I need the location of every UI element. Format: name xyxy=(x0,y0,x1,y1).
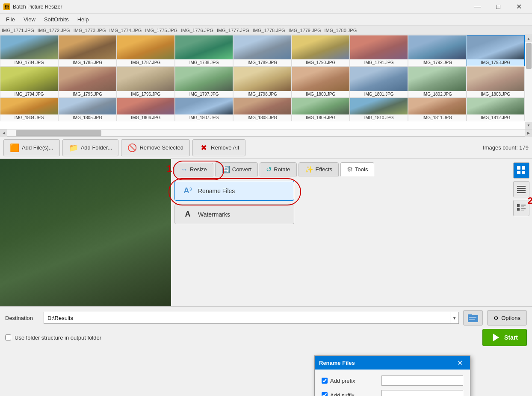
folder-structure-checkbox[interactable] xyxy=(5,334,11,340)
image-cell[interactable]: IMG_1787.JPG xyxy=(117,35,175,66)
image-cell[interactable]: IMG_1803.JPG xyxy=(467,66,525,97)
destination-dropdown-arrow[interactable]: ▼ xyxy=(450,312,458,323)
image-cell[interactable]: IMG_1804.JPG xyxy=(0,98,58,121)
tab-tools[interactable]: ⚙ Tools xyxy=(340,162,374,176)
image-cell[interactable]: IMG_1805.JPG xyxy=(58,98,116,121)
image-filename: IMG_1802.JPG xyxy=(408,91,466,97)
start-button[interactable]: Start xyxy=(482,329,527,346)
svg-rect-4 xyxy=(517,186,526,187)
scroll-thumb[interactable] xyxy=(526,43,532,69)
dialog-close-button[interactable]: ✕ xyxy=(454,357,466,369)
destination-row: Destination D:\Results ▼ ⚙ Options xyxy=(5,310,527,326)
image-cell[interactable]: IMG_1796.JPG xyxy=(117,66,175,97)
tab-convert[interactable]: 🔄 Convert xyxy=(215,162,258,176)
browse-button[interactable] xyxy=(463,310,483,326)
images-count: Images count: 179 xyxy=(483,144,529,151)
minimize-button[interactable]: — xyxy=(468,0,488,14)
add-folder-button[interactable]: 📁 Add Folder... xyxy=(62,139,119,156)
list-view-button[interactable] xyxy=(513,181,529,197)
rename-files-dialog: Rename Files ✕ Add prefix Add suffix xyxy=(314,355,470,396)
vertical-scrollbar[interactable]: ▲ ▼ xyxy=(525,35,532,129)
remove-all-button[interactable]: ✖ Remove All xyxy=(192,139,245,156)
detail-view-button[interactable] xyxy=(513,200,529,216)
image-cell[interactable]: IMG_1795.JPG xyxy=(58,66,116,97)
image-cell[interactable]: IMG_1800.JPG xyxy=(292,66,350,97)
suffix-input[interactable] xyxy=(381,390,463,396)
image-grid: IMG_1784.JPG IMG_1785.JPG IMG_1787.JPG I… xyxy=(0,35,525,129)
image-cell[interactable]: IMG_1808.JPG xyxy=(233,98,291,121)
image-cell[interactable]: IMG_1810.JPG xyxy=(350,98,408,121)
prefix-input[interactable] xyxy=(381,375,463,386)
tab-effects[interactable]: ✨ Effects xyxy=(299,162,339,176)
add-suffix-checkbox[interactable] xyxy=(322,392,328,396)
image-cell[interactable]: IMG_1806.JPG xyxy=(117,98,175,121)
h-scroll-thumb[interactable] xyxy=(16,130,101,136)
image-thumb xyxy=(233,35,291,59)
svg-rect-13 xyxy=(521,210,524,211)
image-cell[interactable]: IMG_1792.JPG xyxy=(408,35,466,66)
add-files-button[interactable]: 🟧 Add File(s)... xyxy=(3,139,60,156)
annotation-number-1: 1 xyxy=(167,163,172,174)
image-thumb xyxy=(292,35,349,59)
preview-photo xyxy=(0,159,171,306)
image-cell[interactable]: IMG_1794.JPG xyxy=(0,66,58,97)
start-arrow-icon xyxy=(491,333,501,342)
maximize-button[interactable]: □ xyxy=(488,0,508,14)
svg-rect-0 xyxy=(517,166,520,170)
image-cell[interactable]: IMG_1811.JPG xyxy=(408,98,466,121)
image-cell[interactable]: IMG_1797.JPG xyxy=(175,66,233,97)
image-cell[interactable]: IMG_1801.JPG xyxy=(350,66,408,97)
image-thumb xyxy=(0,35,58,59)
image-cell[interactable]: IMG_1784.JPG xyxy=(0,35,58,66)
tab-rotate[interactable]: ↺ Rotate xyxy=(260,162,296,176)
image-cell[interactable]: IMG_1793.JPG xyxy=(467,35,525,66)
image-cell[interactable]: IMG_1807.JPG xyxy=(175,98,233,121)
scroll-track[interactable] xyxy=(525,42,532,122)
add-prefix-checkbox[interactable] xyxy=(322,378,328,384)
image-filename: IMG_1792.JPG xyxy=(408,59,466,66)
dialog-container: Rename Files ✕ Add prefix Add suffix xyxy=(314,355,470,396)
detail-view-icon xyxy=(517,203,526,213)
image-cell[interactable]: IMG_1809.JPG xyxy=(292,98,350,121)
image-thumb xyxy=(59,98,116,114)
menu-help[interactable]: Help xyxy=(73,15,93,24)
watermarks-button[interactable]: A Watermarks xyxy=(174,204,294,224)
image-filename: IMG_1812.JPG xyxy=(467,114,524,121)
image-thumb xyxy=(350,67,408,91)
menu-view[interactable]: View xyxy=(19,15,40,24)
scroll-down-arrow[interactable]: ▼ xyxy=(525,122,532,129)
image-cell[interactable]: IMG_1812.JPG xyxy=(467,98,525,121)
options-button[interactable]: ⚙ Options xyxy=(487,310,527,326)
menu-file[interactable]: File xyxy=(2,15,19,24)
image-thumb xyxy=(175,67,233,91)
image-cell[interactable]: IMG_1798.JPG xyxy=(233,66,291,97)
destination-input-wrapper[interactable]: D:\Results ▼ xyxy=(44,312,459,324)
image-thumb xyxy=(0,98,58,114)
app-title: Batch Picture Resizer xyxy=(13,4,468,10)
image-filename: IMG_1804.JPG xyxy=(0,114,58,121)
dialog-title: Rename Files xyxy=(319,360,454,366)
tab-resize[interactable]: ↔ Resize xyxy=(174,163,213,176)
start-label: Start xyxy=(504,334,518,341)
rename-files-button[interactable]: A³ Rename Files xyxy=(174,181,294,201)
scroll-right-arrow[interactable]: ▶ xyxy=(525,129,532,137)
image-thumb xyxy=(350,98,408,114)
filename-bar: IMG_1771.JPG IMG_1772.JPG IMG_1773.JPG I… xyxy=(0,26,532,35)
destination-label: Destination xyxy=(5,315,39,321)
options-label: Options xyxy=(501,315,520,321)
image-cell[interactable]: IMG_1788.JPG xyxy=(175,35,233,66)
scroll-up-arrow[interactable]: ▲ xyxy=(525,35,532,42)
remove-selected-button[interactable]: 🚫 Remove Selected xyxy=(121,139,190,156)
scroll-left-arrow[interactable]: ◀ xyxy=(0,129,7,137)
image-cell[interactable]: IMG_1789.JPG xyxy=(233,35,291,66)
menu-softorbits[interactable]: SoftOrbits xyxy=(40,15,73,24)
image-cell[interactable]: IMG_1785.JPG xyxy=(58,35,116,66)
image-cell[interactable]: IMG_1790.JPG xyxy=(292,35,350,66)
grid-view-button[interactable] xyxy=(513,162,529,179)
image-cell[interactable]: IMG_1791.JPG xyxy=(350,35,408,66)
h-scroll-track[interactable] xyxy=(7,129,525,136)
close-button[interactable]: ✕ xyxy=(509,0,529,14)
horizontal-scrollbar[interactable]: ◀ ▶ xyxy=(0,129,532,136)
image-cell[interactable]: IMG_1802.JPG xyxy=(408,66,466,97)
image-thumb xyxy=(117,67,174,91)
